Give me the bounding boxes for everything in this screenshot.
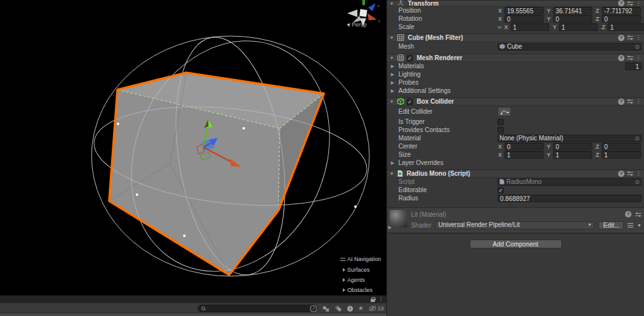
favorites-star-icon[interactable]: ★ [358, 305, 364, 312]
constrain-proportions-icon[interactable]: ∞ [498, 24, 501, 30]
object-picker-icon[interactable]: ⊙ [635, 179, 640, 185]
scale-y-field[interactable]: 1 [559, 23, 598, 31]
chevron-down-icon[interactable]: ▼ [637, 223, 641, 228]
view-gizmo-y-axis[interactable] [362, 0, 365, 5]
box-collider-header[interactable]: ▼ ✓ Box Collider ? ⋮ [387, 97, 644, 106]
presets-icon[interactable] [635, 212, 641, 217]
frame-select-icon[interactable] [310, 305, 317, 312]
presets-icon[interactable] [627, 55, 633, 61]
size-y-field[interactable]: 1 [553, 151, 592, 159]
bottom-toolbar: ! ★ 19 [0, 303, 386, 313]
x-axis-label: X [503, 24, 508, 30]
bottom-panel-tab-bar: ⋮ [0, 295, 386, 303]
physic-material-value: None (Physic Material) [499, 135, 563, 142]
edit-collider-button[interactable] [498, 107, 511, 116]
lighting-foldout[interactable]: ▶ Lighting [387, 70, 644, 78]
center-z-field[interactable]: 0 [602, 143, 641, 150]
z-axis-label: Z [595, 152, 599, 158]
additional-settings-foldout[interactable]: ▶ Additional Settings [387, 87, 644, 95]
kebab-menu-icon[interactable]: ⋮ [636, 1, 641, 6]
help-icon[interactable]: ? [618, 171, 624, 177]
presets-icon[interactable] [627, 99, 633, 104]
search-input[interactable] [198, 305, 318, 312]
inspector-panel: ▼ Transform ? ⋮ Position X 19.55565 Y 36… [386, 0, 644, 316]
help-icon[interactable]: ? [618, 35, 624, 41]
transform-header[interactable]: ▼ Transform ? ⋮ [387, 0, 644, 6]
nav-foldout-surfaces[interactable]: Surfaces [340, 267, 386, 273]
lock-icon[interactable] [371, 299, 375, 302]
position-y-field[interactable]: 36.71641 [553, 7, 592, 15]
is-trigger-checkbox[interactable] [498, 119, 504, 125]
material-menu-icon[interactable] [628, 223, 633, 228]
center-x-field[interactable]: 0 [504, 143, 544, 150]
materials-foldout[interactable]: ▶ Materials 1 [387, 62, 644, 70]
script-value: RadiusMono [506, 178, 542, 185]
shader-edit-button[interactable]: Edit... [599, 221, 624, 229]
ai-navigation-header[interactable]: AI Navigation [340, 255, 386, 263]
rotation-y-field[interactable]: 0 [553, 15, 592, 23]
component-enabled-checkbox[interactable]: ✓ [407, 55, 413, 61]
kebab-menu-icon[interactable]: ⋮ [636, 55, 641, 61]
size-z-field[interactable]: 1 [602, 151, 641, 159]
scene-visibility-toggle[interactable]: 19 [369, 305, 384, 312]
mesh-filter-header[interactable]: ▼ Cube (Mesh Filter) ? ⋮ [387, 33, 644, 42]
radius-mono-header[interactable]: ▼ Radius Mono (Script) ? ⋮ [387, 169, 644, 178]
view-gizmo-cone-left[interactable] [347, 9, 357, 17]
foldout-arrow-icon[interactable]: ▼ [390, 56, 395, 60]
foldout-arrow-icon[interactable]: ▼ [390, 99, 395, 104]
presets-icon[interactable] [627, 35, 633, 40]
position-x-field[interactable]: 19.55565 [504, 7, 544, 15]
foldout-arrow-icon[interactable]: ▼ [390, 1, 395, 6]
view-gizmo-center-cube[interactable] [359, 9, 367, 16]
material-foldout-arrow[interactable]: ▶ [388, 225, 393, 230]
help-icon[interactable]: ? [618, 0, 624, 6]
script-object-field[interactable]: RadiusMono ⊙ [498, 178, 641, 186]
provides-contacts-checkbox[interactable] [498, 127, 504, 133]
help-icon[interactable]: ? [618, 55, 624, 61]
layer-overrides-foldout[interactable]: ▶ Layer Overrides [387, 159, 644, 167]
kebab-menu-icon[interactable]: ⋮ [378, 296, 384, 302]
editorable-checkbox[interactable]: ✓ [498, 187, 504, 193]
materials-count-field[interactable]: 1 [625, 63, 641, 70]
presets-icon[interactable] [627, 171, 633, 176]
probes-foldout[interactable]: ▶ Probes [387, 78, 644, 87]
scale-z-field[interactable]: 1 [607, 23, 644, 31]
radius-field[interactable]: 0.8688927 [498, 195, 641, 202]
nav-foldout-obstacles[interactable]: Obstacles [340, 287, 386, 293]
rotation-z-field[interactable]: 0 [602, 15, 641, 23]
component-enabled-checkbox[interactable]: ✓ [407, 99, 413, 105]
help-icon[interactable]: ? [618, 99, 624, 105]
label-tag-icon[interactable] [335, 305, 342, 312]
shader-dropdown[interactable]: Universal Render Pipeline/Lit ▼ [435, 221, 595, 229]
size-x-field[interactable]: 1 [504, 151, 544, 159]
perspective-toggle[interactable]: Persp [347, 21, 367, 28]
chevron-right-icon: ▶ [391, 80, 396, 85]
physic-material-field[interactable]: None (Physic Material) ⊙ [498, 135, 641, 142]
add-component-button[interactable]: Add Component [470, 240, 562, 248]
kebab-menu-icon[interactable]: ⋮ [636, 99, 641, 104]
foldout-arrow-icon[interactable]: ▼ [390, 35, 395, 40]
center-y-field[interactable]: 0 [553, 143, 592, 150]
kebab-menu-icon[interactable]: ⋮ [636, 171, 641, 176]
view-gizmo-z-cone[interactable] [368, 3, 376, 11]
view-gizmo-x-cone[interactable] [367, 13, 377, 20]
object-picker-icon[interactable]: ⊙ [635, 135, 640, 142]
rotation-x-field[interactable]: 0 [504, 15, 544, 23]
mesh-renderer-header[interactable]: ▼ ✓ Mesh Renderer ? ⋮ [387, 54, 644, 62]
kebab-menu-icon[interactable]: ⋮ [636, 35, 641, 40]
mesh-object-field[interactable]: Cube ⊙ [498, 43, 641, 51]
scale-x-field[interactable]: 1 [510, 23, 549, 31]
foldout-arrow-icon[interactable]: ▼ [390, 171, 395, 176]
nav-foldout-agents[interactable]: Agents [340, 277, 386, 283]
selected-cube[interactable] [89, 9, 371, 295]
filter-by-type-icon[interactable] [322, 305, 330, 312]
scene-view-column: z x Persp AI Navigation Surfaces Agents [0, 0, 386, 316]
help-icon[interactable]: ? [625, 211, 631, 217]
presets-icon[interactable] [627, 1, 633, 6]
info-icon[interactable]: ! [347, 306, 353, 312]
scene-view[interactable]: z x Persp AI Navigation Surfaces Agents [0, 0, 386, 295]
object-picker-icon[interactable]: ⊙ [635, 44, 640, 50]
position-z-field[interactable]: -7.711792 [602, 7, 641, 15]
editorable-row: Editorable ✓ [387, 186, 644, 194]
mesh-value: Cube [507, 43, 522, 50]
